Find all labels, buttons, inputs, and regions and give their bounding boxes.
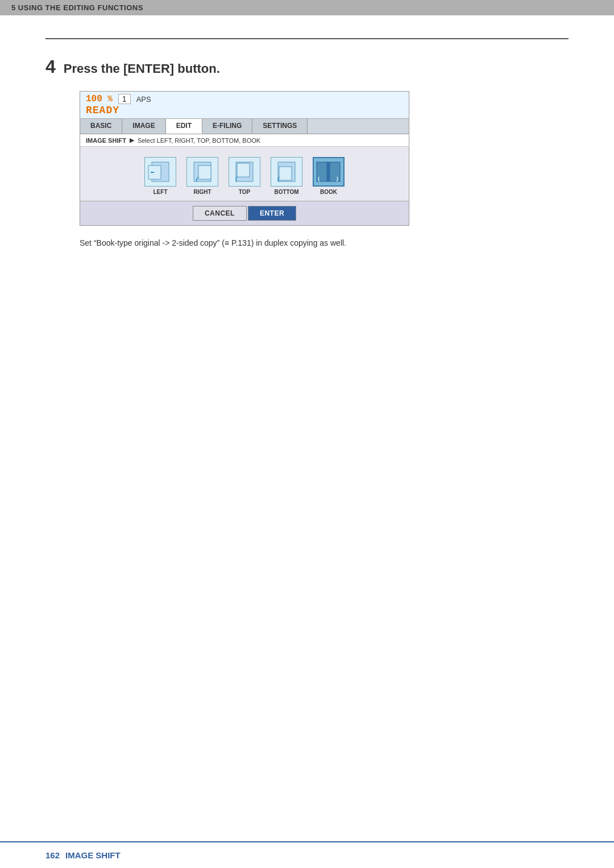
sub-bar-label: IMAGE SHIFT	[86, 137, 126, 144]
tab-basic[interactable]: BASIC	[80, 119, 122, 134]
status-num: 1	[118, 94, 131, 104]
step-heading: 4 Press the [ENTER] button.	[45, 56, 569, 77]
shift-icon-right[interactable]	[186, 157, 218, 187]
top-shift-svg	[231, 160, 258, 184]
sub-bar-arrow: ▶	[130, 137, 134, 144]
shift-label-book: BOOK	[320, 189, 337, 195]
enter-button[interactable]: ENTER	[248, 206, 296, 221]
tab-settings[interactable]: SETTINGS	[252, 119, 308, 134]
cancel-button[interactable]: CANCEL	[193, 206, 247, 221]
footer-title: IMAGE SHIFT	[65, 850, 121, 860]
step-title: Press the [ENTER] button.	[64, 61, 220, 76]
tab-edit[interactable]: EDIT	[166, 119, 202, 134]
shift-icon-left[interactable]	[144, 157, 176, 187]
book-shift-svg	[316, 160, 342, 184]
shift-label-right: RIGHT	[193, 189, 211, 195]
footer: 162 IMAGE SHIFT	[0, 841, 614, 868]
section-label: 5 USING THE EDITING FUNCTIONS	[11, 3, 143, 12]
status-row1: 100 % 1 APS	[86, 94, 151, 104]
tab-image[interactable]: IMAGE	[122, 119, 165, 134]
shift-label-left: LEFT	[154, 189, 168, 195]
tab-efiling[interactable]: E-FILING	[202, 119, 252, 134]
svg-rect-5	[237, 163, 250, 177]
left-shift-svg	[147, 160, 173, 184]
status-bar: 100 % 1 APS READY	[80, 92, 409, 119]
svg-rect-1	[148, 166, 161, 179]
ui-screenshot: 100 % 1 APS READY BASIC IMAGE EDIT E-FIL…	[80, 91, 409, 226]
step-number: 4	[45, 56, 56, 77]
bottom-shift-svg	[273, 160, 300, 184]
svg-rect-7	[279, 167, 292, 180]
top-rule	[45, 38, 569, 39]
status-ready: READY	[86, 105, 151, 116]
main-content: 4 Press the [ENTER] button. 100 % 1 APS …	[0, 15, 614, 295]
shift-icon-bottom[interactable]	[271, 157, 302, 187]
shift-option-bottom[interactable]: BOTTOM	[271, 157, 302, 195]
svg-rect-9	[329, 162, 340, 181]
shift-icon-book[interactable]	[313, 157, 345, 187]
svg-rect-3	[198, 166, 211, 179]
shift-label-top: TOP	[239, 189, 250, 195]
right-shift-svg	[189, 160, 215, 184]
tab-bar: BASIC IMAGE EDIT E-FILING SETTINGS	[80, 119, 409, 134]
action-bar: CANCEL ENTER	[80, 201, 409, 225]
shift-option-right[interactable]: RIGHT	[186, 157, 218, 195]
status-aps: APS	[136, 95, 151, 104]
shift-options-area: LEFT RIGHT	[80, 147, 409, 201]
top-header: 5 USING THE EDITING FUNCTIONS	[0, 0, 614, 15]
sub-instruction-bar: IMAGE SHIFT ▶ Select LEFT, RIGHT, TOP, B…	[80, 134, 409, 147]
footer-page-number: 162	[45, 850, 60, 860]
sub-bar-instruction: Select LEFT, RIGHT, TOP, BOTTOM, BOOK	[138, 137, 260, 144]
shift-label-bottom: BOTTOM	[274, 189, 298, 195]
body-text: Set “Book-type original -> 2-sided copy”…	[80, 237, 569, 249]
svg-rect-10	[327, 162, 330, 181]
shift-icon-top[interactable]	[229, 157, 260, 187]
shift-option-top[interactable]: TOP	[229, 157, 260, 195]
shift-option-book[interactable]: BOOK	[313, 157, 345, 195]
shift-option-left[interactable]: LEFT	[144, 157, 176, 195]
status-percent: 100 %	[86, 94, 113, 104]
